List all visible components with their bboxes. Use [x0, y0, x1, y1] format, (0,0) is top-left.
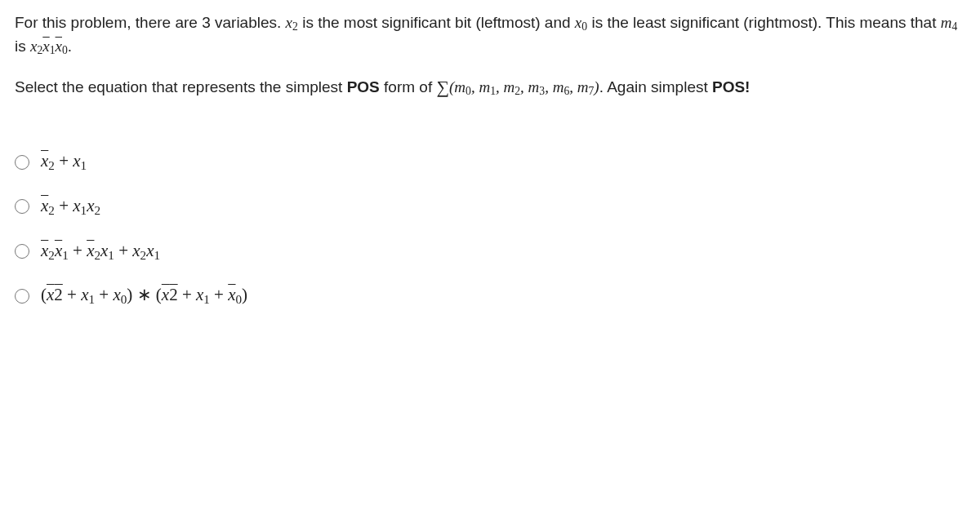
radio-opt1[interactable]	[15, 155, 29, 170]
text: is	[15, 38, 30, 55]
sigma-expression: ∑(m0, m1, m2, m3, m6, m7)	[436, 78, 599, 95]
text: .	[68, 38, 72, 55]
text: Select the equation that represents the …	[15, 78, 347, 95]
text: For this problem, there are 3 variables.	[15, 14, 286, 31]
text: is the most significant bit (leftmost) a…	[298, 14, 575, 31]
text: form of	[380, 78, 437, 95]
m4-expansion: x2x1x0	[30, 38, 68, 55]
pos-emphasis: POS	[347, 78, 380, 95]
var-x2: x2	[286, 14, 298, 31]
text: . Again simplest	[599, 78, 712, 95]
var-m4: m4	[941, 14, 958, 31]
option-opt2[interactable]: x2 + x1x2	[15, 193, 965, 220]
option-label: (x2 + x1 + x0) ∗ (x2 + x1 + x0)	[41, 282, 247, 309]
option-opt3[interactable]: x2x1 + x2x1 + x2x1	[15, 238, 965, 265]
radio-opt2[interactable]	[15, 199, 29, 214]
radio-opt4[interactable]	[15, 289, 29, 304]
pos-emphasis-2: POS!	[712, 78, 750, 95]
var-x0: x0	[575, 14, 587, 31]
text: is the least significant (rightmost). Th…	[587, 14, 941, 31]
question-paragraph-1: For this problem, there are 3 variables.…	[15, 11, 965, 60]
answer-options: x2 + x1x2 + x1x2x2x1 + x2x1 + x2x1(x2 + …	[15, 149, 965, 309]
question-paragraph-2: Select the equation that represents the …	[15, 74, 965, 100]
option-label: x2 + x1	[41, 149, 87, 175]
option-label: x2x1 + x2x1 + x2x1	[41, 238, 160, 265]
option-label: x2 + x1x2	[41, 193, 100, 220]
option-opt1[interactable]: x2 + x1	[15, 149, 965, 175]
option-opt4[interactable]: (x2 + x1 + x0) ∗ (x2 + x1 + x0)	[15, 282, 965, 309]
radio-opt3[interactable]	[15, 244, 29, 259]
